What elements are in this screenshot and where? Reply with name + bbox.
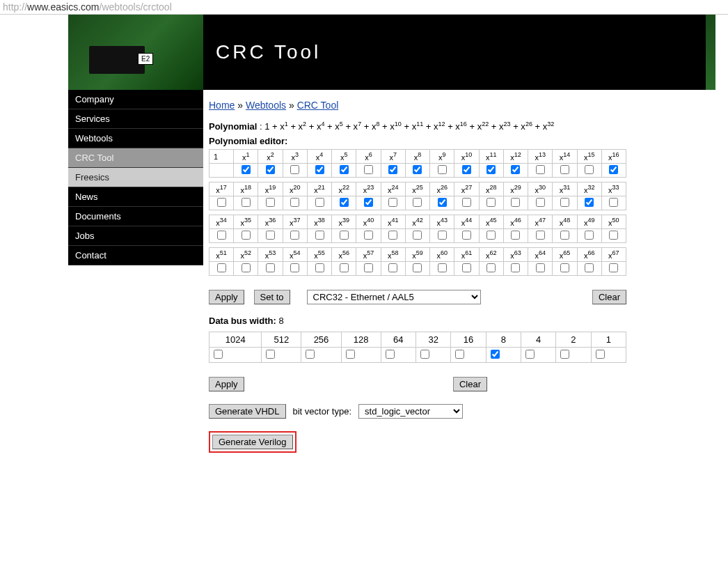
poly-x50-checkbox[interactable] <box>609 231 618 240</box>
poly-x25-checkbox[interactable] <box>413 198 422 207</box>
bc-home[interactable]: Home <box>209 100 235 111</box>
poly-x62-checkbox[interactable] <box>486 263 496 272</box>
poly-x46-checkbox[interactable] <box>511 231 520 240</box>
poly-x55-checkbox[interactable] <box>315 263 324 272</box>
poly-x13-checkbox[interactable] <box>536 165 545 174</box>
poly-x11-checkbox[interactable] <box>486 165 496 174</box>
poly-x22-checkbox[interactable] <box>340 198 349 207</box>
bvt-select[interactable]: std_logic_vector <box>358 404 463 419</box>
poly-x60-checkbox[interactable] <box>438 263 447 272</box>
preset-select[interactable]: CRC32 - Ethernet / AAL5 <box>307 290 481 304</box>
sidebar-item-contact[interactable]: Contact <box>68 246 203 265</box>
bc-webtools[interactable]: Webtools <box>246 100 286 111</box>
sidebar-item-freesics[interactable]: Freesics <box>68 168 203 187</box>
dbw-1024-checkbox[interactable] <box>214 350 223 359</box>
poly-x3-checkbox[interactable] <box>290 165 299 174</box>
dbw-1-checkbox[interactable] <box>596 350 605 359</box>
poly-x67-checkbox[interactable] <box>609 263 618 272</box>
poly-x18-checkbox[interactable] <box>242 198 251 207</box>
poly-x45-checkbox[interactable] <box>486 231 496 240</box>
poly-x14-checkbox[interactable] <box>560 165 569 174</box>
poly-x40-checkbox[interactable] <box>364 231 373 240</box>
poly-x38-checkbox[interactable] <box>315 231 324 240</box>
poly-x1-checkbox[interactable] <box>242 165 251 174</box>
dbw-clear-button[interactable]: Clear <box>453 377 487 391</box>
poly-x33-checkbox[interactable] <box>609 198 618 207</box>
poly-x39-checkbox[interactable] <box>340 231 349 240</box>
poly-x32-checkbox[interactable] <box>585 198 594 207</box>
poly-x36-checkbox[interactable] <box>266 231 275 240</box>
poly-x52-checkbox[interactable] <box>242 263 251 272</box>
apply-button[interactable]: Apply <box>209 290 244 304</box>
sidebar-item-news[interactable]: News <box>68 187 203 207</box>
dbw-4-checkbox[interactable] <box>525 350 535 359</box>
dbw-64-checkbox[interactable] <box>386 350 395 359</box>
bc-crctool[interactable]: CRC Tool <box>297 100 339 111</box>
dbw-512-checkbox[interactable] <box>266 350 275 359</box>
sidebar-item-documents[interactable]: Documents <box>68 207 203 226</box>
poly-x43-checkbox[interactable] <box>438 231 447 240</box>
poly-x61-checkbox[interactable] <box>462 263 471 272</box>
poly-x21-checkbox[interactable] <box>315 198 324 207</box>
poly-x15-checkbox[interactable] <box>585 165 594 174</box>
poly-x64-checkbox[interactable] <box>536 263 545 272</box>
poly-x2-checkbox[interactable] <box>266 165 275 174</box>
poly-x47-checkbox[interactable] <box>536 231 545 240</box>
poly-x29-checkbox[interactable] <box>511 198 520 207</box>
poly-x24-checkbox[interactable] <box>388 198 397 207</box>
dbw-8-checkbox[interactable] <box>491 350 500 359</box>
poly-x19-checkbox[interactable] <box>266 198 275 207</box>
dbw-256-checkbox[interactable] <box>306 350 315 359</box>
poly-x49-checkbox[interactable] <box>585 231 594 240</box>
sidebar-item-services[interactable]: Services <box>68 109 203 129</box>
poly-x4-checkbox[interactable] <box>315 165 324 174</box>
poly-x16-checkbox[interactable] <box>609 165 618 174</box>
dbw-32-checkbox[interactable] <box>420 350 429 359</box>
sidebar-item-company[interactable]: Company <box>68 90 203 109</box>
setto-button[interactable]: Set to <box>254 290 290 304</box>
poly-x44-checkbox[interactable] <box>462 231 471 240</box>
sidebar-item-jobs[interactable]: Jobs <box>68 226 203 246</box>
poly-x7-checkbox[interactable] <box>388 165 397 174</box>
poly-x12-checkbox[interactable] <box>511 165 520 174</box>
poly-x9-checkbox[interactable] <box>438 165 447 174</box>
poly-x23-checkbox[interactable] <box>364 198 373 207</box>
poly-x6-checkbox[interactable] <box>364 165 373 174</box>
poly-x17-checkbox[interactable] <box>217 198 226 207</box>
dbw-2-checkbox[interactable] <box>560 350 569 359</box>
poly-x48-checkbox[interactable] <box>560 231 569 240</box>
poly-x42-checkbox[interactable] <box>413 231 422 240</box>
clear-button[interactable]: Clear <box>592 290 626 304</box>
sidebar-item-webtools[interactable]: Webtools <box>68 129 203 148</box>
poly-x20-checkbox[interactable] <box>290 198 299 207</box>
sidebar-item-crc-tool[interactable]: CRC Tool <box>68 148 203 168</box>
poly-x28-checkbox[interactable] <box>486 198 496 207</box>
poly-x27-checkbox[interactable] <box>462 198 471 207</box>
poly-x35-checkbox[interactable] <box>242 231 251 240</box>
poly-x41-checkbox[interactable] <box>388 231 397 240</box>
url-bar[interactable]: http://www.easics.com/webtools/crctool <box>0 0 728 15</box>
poly-x8-checkbox[interactable] <box>413 165 422 174</box>
poly-x54-checkbox[interactable] <box>290 263 299 272</box>
poly-x53-checkbox[interactable] <box>266 263 275 272</box>
poly-x5-checkbox[interactable] <box>340 165 349 174</box>
poly-x10-checkbox[interactable] <box>462 165 471 174</box>
poly-x31-checkbox[interactable] <box>560 198 569 207</box>
poly-x59-checkbox[interactable] <box>413 263 422 272</box>
dbw-16-checkbox[interactable] <box>455 350 464 359</box>
generate-vhdl-button[interactable]: Generate VHDL <box>209 404 286 419</box>
poly-x26-checkbox[interactable] <box>438 198 447 207</box>
poly-x51-checkbox[interactable] <box>217 263 226 272</box>
poly-x57-checkbox[interactable] <box>364 263 373 272</box>
poly-x34-checkbox[interactable] <box>217 231 226 240</box>
poly-x66-checkbox[interactable] <box>585 263 594 272</box>
generate-verilog-button[interactable]: Generate Verilog <box>212 435 293 449</box>
dbw-128-checkbox[interactable] <box>346 350 355 359</box>
poly-x56-checkbox[interactable] <box>340 263 349 272</box>
poly-x58-checkbox[interactable] <box>388 263 397 272</box>
poly-x65-checkbox[interactable] <box>560 263 569 272</box>
poly-x37-checkbox[interactable] <box>290 231 299 240</box>
dbw-apply-button[interactable]: Apply <box>209 377 244 391</box>
poly-x30-checkbox[interactable] <box>536 198 545 207</box>
poly-x63-checkbox[interactable] <box>511 263 520 272</box>
